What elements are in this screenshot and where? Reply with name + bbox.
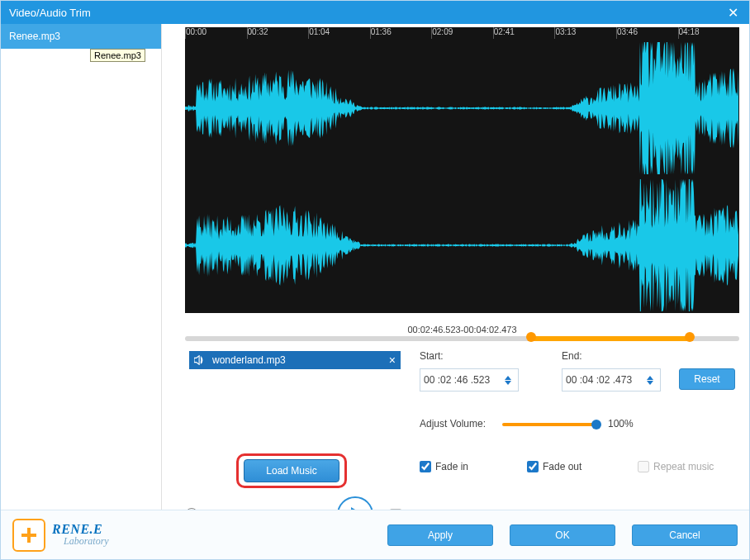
start-spin-up[interactable] [505, 376, 511, 380]
file-item-renee[interactable]: Renee.mp3 Renee.mp3 [1, 24, 161, 49]
close-icon[interactable]: ✕ [716, 1, 749, 24]
end-label: End: [562, 350, 582, 362]
brand-logo-icon [12, 519, 45, 552]
start-spin-down[interactable] [505, 381, 511, 385]
repeat-music-label: Repeat music [653, 461, 714, 472]
selection-range-text: 00:02:46.523-00:04:02.473 [185, 325, 739, 335]
repeat-music-input[interactable] [638, 461, 649, 472]
end-time-input[interactable]: 00 :04 :02 .473 [562, 368, 661, 392]
volume-knob[interactable] [591, 420, 601, 429]
volume-value: 100% [608, 418, 634, 429]
fade-out-label: Fade out [543, 461, 581, 472]
loaded-music-name: wonderland.mp3 [212, 354, 286, 366]
body: Renee.mp3 Renee.mp3 00:0000:3201:0401:36… [1, 24, 749, 510]
remove-music-icon[interactable]: × [389, 354, 396, 367]
volume-slider[interactable] [502, 423, 598, 426]
apply-button[interactable]: Apply [387, 524, 493, 546]
end-spin-up[interactable] [647, 376, 653, 380]
volume-label: Adjust Volume: [420, 418, 486, 429]
fade-out-checkbox[interactable]: Fade out [527, 461, 581, 472]
waveform-area[interactable] [185, 39, 739, 313]
window-title: Video/Audio Trim [9, 7, 91, 19]
footer: RENE.E Laboratory Apply OK Cancel [1, 510, 749, 559]
time-ruler: 00:0000:3201:0401:3602:0902:4103:1303:46… [185, 27, 739, 39]
titlebar: Video/Audio Trim ✕ [1, 1, 749, 24]
fade-in-checkbox[interactable]: Fade in [420, 461, 468, 472]
fade-out-input[interactable] [527, 461, 539, 472]
main-panel: 00:0000:3201:0401:3602:0902:4103:1303:46… [162, 24, 749, 510]
ruler-tick: 02:41 [493, 27, 555, 39]
loaded-music-bar[interactable]: wonderland.mp3 × [189, 351, 401, 369]
load-music-highlight: Load Music [236, 453, 347, 488]
fade-in-label: Fade in [435, 461, 468, 472]
waveform-left-channel [185, 42, 739, 174]
ruler-tick: 00:32 [247, 27, 309, 39]
brand: RENE.E Laboratory [52, 522, 109, 548]
brand-sub: Laboratory [64, 535, 109, 548]
start-time-input[interactable]: 00 :02 :46 .523 [420, 368, 519, 392]
selection-slider[interactable]: 00:02:46.523-00:04:02.473 [185, 325, 739, 336]
end-spin-down[interactable] [647, 381, 653, 385]
file-tooltip: Renee.mp3 [90, 49, 145, 62]
ruler-tick: 00:00 [185, 27, 247, 39]
repeat-music-checkbox[interactable]: Repeat music [638, 461, 714, 472]
ruler-tick: 01:36 [370, 27, 432, 39]
start-time-value: 00 :02 :46 .523 [424, 374, 490, 386]
fade-in-input[interactable] [420, 461, 431, 472]
load-music-button[interactable]: Load Music [244, 459, 339, 482]
selection-fill [531, 336, 689, 341]
start-label: Start: [420, 350, 444, 362]
ruler-tick: 04:18 [678, 27, 740, 39]
ruler-tick: 03:13 [554, 27, 616, 39]
ruler-tick: 02:09 [431, 27, 493, 39]
file-item-label: Renee.mp3 [9, 31, 60, 42]
speaker-icon [194, 355, 206, 365]
waveform-right-channel [185, 179, 739, 311]
cancel-button[interactable]: Cancel [632, 524, 738, 546]
reset-button[interactable]: Reset [679, 368, 735, 390]
end-time-value: 00 :04 :02 .473 [566, 374, 632, 386]
selection-bar[interactable] [185, 336, 739, 341]
ruler-tick: 01:04 [308, 27, 370, 39]
file-sidebar: Renee.mp3 Renee.mp3 [1, 24, 162, 510]
ok-button[interactable]: OK [510, 524, 615, 546]
selection-handle-end[interactable] [685, 332, 695, 342]
ruler-tick: 03:46 [616, 27, 678, 39]
